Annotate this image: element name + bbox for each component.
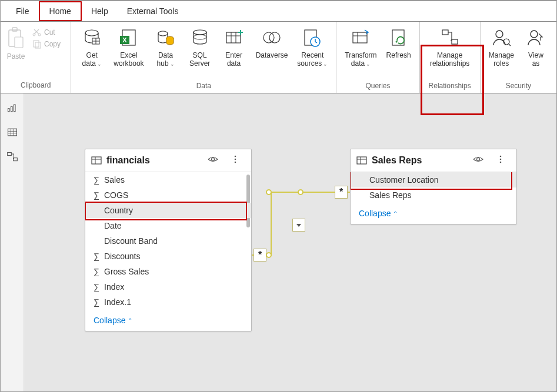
field-index1[interactable]: ∑Index.1: [85, 294, 251, 310]
svg-point-50: [298, 190, 303, 195]
recent-sources-button[interactable]: Recent sources⌄: [292, 24, 332, 81]
field-customer-location[interactable]: Customer Location: [351, 172, 516, 187]
svg-rect-41: [8, 129, 16, 136]
relationships-group-label: Relationships: [423, 81, 476, 92]
table-sales-reps-title: Sales Reps: [372, 155, 468, 166]
field-date[interactable]: Date: [85, 218, 251, 233]
manage-relationships-icon: [440, 28, 460, 48]
table-icon: [91, 155, 102, 166]
data-view-button[interactable]: [5, 125, 19, 139]
collapse-financials[interactable]: Collapse⌃: [85, 310, 141, 331]
filter-direction[interactable]: [292, 219, 305, 232]
refresh-icon: [389, 28, 409, 48]
transform-label: Transform data⌄: [345, 51, 376, 68]
svg-point-64: [500, 162, 502, 163]
svg-rect-39: [11, 106, 12, 111]
svg-point-54: [211, 158, 214, 161]
field-sales[interactable]: ∑Sales: [85, 172, 251, 187]
cardinality-right: *: [335, 186, 348, 199]
get-data-button[interactable]: Get data⌄: [75, 24, 109, 81]
data-view-icon: [6, 126, 18, 138]
main-area: * * financials ∑Sales ∑COGS Country: [1, 93, 556, 391]
svg-rect-1: [12, 28, 17, 31]
recent-sources-label: Recent sources⌄: [297, 51, 328, 68]
svg-rect-38: [8, 109, 9, 112]
menu-external-tools[interactable]: External Tools: [118, 1, 188, 21]
dataverse-button[interactable]: Dataverse: [251, 24, 293, 81]
sql-icon: [190, 28, 210, 48]
table-sales-reps[interactable]: Sales Reps Customer Location Sales Reps …: [350, 149, 517, 225]
ribbon-group-clipboard: Paste Cut Copy Clipboard: [1, 22, 71, 93]
svg-rect-2: [15, 37, 23, 48]
menu-home[interactable]: Home: [39, 1, 82, 21]
ribbon-group-queries: Transform data⌄ Refresh Queries: [336, 22, 419, 93]
field-index[interactable]: ∑Index: [85, 279, 251, 294]
manage-roles-icon: [491, 28, 511, 48]
more-icon[interactable]: [230, 154, 241, 165]
data-group-label: Data: [75, 81, 332, 92]
more-icon[interactable]: [495, 154, 506, 165]
manage-roles-button[interactable]: Manage roles: [484, 24, 519, 81]
model-view-button[interactable]: [5, 150, 19, 164]
table-financials-header[interactable]: financials: [85, 149, 251, 172]
visibility-icon[interactable]: [473, 154, 483, 165]
data-hub-button[interactable]: Data hub⌄: [149, 24, 183, 81]
field-discounts[interactable]: ∑Discounts: [85, 249, 251, 264]
menubar: File Home Help External Tools: [1, 1, 556, 22]
svg-rect-58: [357, 157, 366, 164]
copy-icon: [32, 39, 42, 49]
excel-icon: X: [119, 28, 139, 48]
field-cogs[interactable]: ∑COGS: [85, 187, 251, 203]
excel-button[interactable]: X Excel workbook: [109, 24, 148, 81]
manage-roles-label: Manage roles: [489, 51, 514, 68]
paste-button[interactable]: Paste: [4, 24, 28, 61]
dataverse-icon: [262, 28, 282, 48]
collapse-sales-reps[interactable]: Collapse⌃: [351, 203, 406, 224]
svg-point-16: [194, 30, 206, 35]
svg-rect-33: [452, 39, 458, 44]
transform-data-button[interactable]: Transform data⌄: [340, 24, 381, 81]
table-sales-reps-header[interactable]: Sales Reps: [351, 149, 516, 172]
field-sales-reps[interactable]: Sales Reps: [351, 187, 516, 203]
menu-help[interactable]: Help: [82, 1, 118, 21]
cut-button[interactable]: Cut: [30, 26, 63, 38]
scroll-indicator[interactable]: [246, 175, 250, 227]
get-data-label: Get data⌄: [82, 51, 102, 68]
svg-rect-5: [34, 41, 39, 47]
menu-file[interactable]: File: [6, 1, 39, 21]
cardinality-left: *: [254, 249, 266, 262]
field-country[interactable]: Country: [85, 203, 251, 218]
model-canvas[interactable]: * * financials ∑Sales ∑COGS Country: [24, 93, 556, 391]
table-financials[interactable]: financials ∑Sales ∑COGS Country Date Dis…: [85, 149, 252, 331]
sql-button[interactable]: SQL Server: [183, 24, 217, 81]
ribbon-group-security: Manage roles View as Security: [481, 22, 556, 93]
svg-rect-32: [442, 30, 448, 35]
svg-point-7: [85, 30, 98, 36]
svg-rect-40: [14, 105, 15, 112]
table-financials-title: financials: [106, 155, 203, 166]
manage-relationships-label: Manage relationships: [430, 51, 469, 68]
model-view-icon: [6, 151, 18, 163]
visibility-icon[interactable]: [208, 154, 218, 165]
ribbon: Paste Cut Copy Clipboard Get data⌄: [1, 22, 556, 93]
table-icon: [356, 155, 367, 166]
field-discount-band[interactable]: Discount Band: [85, 233, 251, 249]
table-financials-body: ∑Sales ∑COGS Country Date Discount Band …: [85, 172, 251, 310]
enter-data-label: Enter data: [225, 51, 242, 68]
chevron-up-icon: ⌃: [128, 317, 132, 324]
view-sidebar: [1, 93, 24, 391]
table-sales-reps-body: Customer Location Sales Reps: [351, 172, 516, 203]
enter-data-button[interactable]: Enter data: [217, 24, 251, 81]
manage-relationships-button[interactable]: Manage relationships: [423, 24, 476, 81]
copy-button[interactable]: Copy: [30, 38, 63, 50]
get-data-icon: [82, 28, 102, 48]
refresh-button[interactable]: Refresh: [382, 24, 416, 81]
report-view-button[interactable]: [5, 100, 19, 115]
field-gross-sales[interactable]: ∑Gross Sales: [85, 264, 251, 279]
view-as-button[interactable]: View as: [519, 24, 553, 81]
svg-point-56: [235, 159, 236, 160]
ribbon-group-relationships: Manage relationships Relationships: [420, 22, 481, 93]
refresh-label: Refresh: [386, 51, 411, 59]
svg-rect-46: [7, 153, 11, 156]
queries-group-label: Queries: [340, 81, 415, 92]
